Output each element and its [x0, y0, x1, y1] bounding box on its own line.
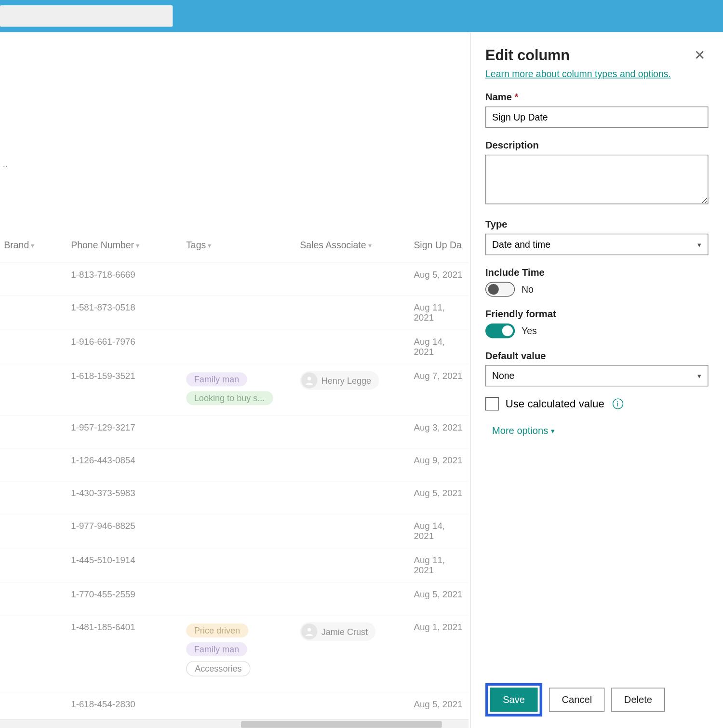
- cell-phone: 1-618-159-3521: [67, 364, 182, 416]
- learn-more-link[interactable]: Learn more about column types and option…: [485, 68, 671, 79]
- cell-phone: 1-977-946-8825: [67, 514, 182, 548]
- table-row[interactable]: 1-916-661-7976Aug 14, 2021: [0, 330, 469, 364]
- table-row[interactable]: 1-430-373-5983Aug 5, 2021: [0, 481, 469, 514]
- default-value-text: None: [492, 370, 514, 381]
- cell-phone: 1-813-718-6669: [67, 263, 182, 296]
- table-row[interactable]: 1-126-443-0854Aug 9, 2021: [0, 448, 469, 481]
- associate-name: Jamie Crust: [321, 626, 368, 636]
- top-bar: [0, 0, 723, 32]
- table-row[interactable]: 1-581-873-0518Aug 11, 2021: [0, 296, 469, 330]
- cell-date: Aug 1, 2021: [410, 615, 469, 692]
- close-icon[interactable]: ✕: [692, 47, 709, 63]
- cell-date: Aug 7, 2021: [410, 364, 469, 416]
- default-value-label: Default value: [485, 350, 709, 361]
- cell-tags: [182, 582, 296, 615]
- cell-brand: [0, 481, 67, 514]
- cell-tags: [182, 448, 296, 481]
- cell-tags: Family manLooking to buy s...: [182, 364, 296, 416]
- associate-chip[interactable]: Jamie Crust: [300, 622, 375, 641]
- cancel-button[interactable]: Cancel: [549, 688, 604, 712]
- column-header-phone[interactable]: Phone Number▾: [67, 234, 182, 263]
- cell-date: Aug 5, 2021: [410, 481, 469, 514]
- name-label: Name *: [485, 92, 709, 102]
- scrollbar-thumb[interactable]: [241, 721, 442, 728]
- description-label: Description: [485, 140, 709, 150]
- associate-chip[interactable]: Henry Legge: [300, 371, 379, 390]
- cell-associate: [296, 263, 410, 296]
- tag-pill[interactable]: Looking to buy s...: [186, 391, 273, 405]
- default-value-select[interactable]: None ▾: [485, 365, 709, 386]
- table-row[interactable]: 1-618-159-3521Family manLooking to buy s…: [0, 364, 469, 416]
- cell-brand: [0, 514, 67, 548]
- cell-brand: [0, 416, 67, 448]
- more-options-toggle[interactable]: More options▾: [492, 425, 555, 436]
- panel-title: Edit column: [485, 47, 570, 64]
- chevron-down-icon: ▾: [697, 371, 701, 380]
- chevron-down-icon: ▾: [208, 242, 211, 249]
- friendly-format-toggle[interactable]: [485, 324, 515, 338]
- cell-associate: [296, 296, 410, 330]
- cell-tags: [182, 416, 296, 448]
- save-button[interactable]: Save: [490, 688, 538, 712]
- cell-date: Aug 5, 2021: [410, 263, 469, 296]
- description-input[interactable]: [485, 155, 709, 204]
- delete-button[interactable]: Delete: [611, 688, 665, 712]
- chevron-down-icon: ▾: [551, 426, 555, 435]
- column-header-signup-date[interactable]: Sign Up Da: [410, 234, 469, 263]
- cell-tags: Price drivenFamily manAccessories: [182, 615, 296, 692]
- tag-pill[interactable]: Family man: [186, 372, 247, 386]
- edit-column-panel: Edit column ✕ Learn more about column ty…: [470, 32, 723, 728]
- cell-phone: 1-481-185-6401: [67, 615, 182, 692]
- search-input[interactable]: [0, 5, 173, 27]
- table-row[interactable]: 1-977-946-8825Aug 14, 2021: [0, 514, 469, 548]
- panel-footer: Save Cancel Delete: [470, 674, 723, 728]
- cell-brand: [0, 364, 67, 416]
- tag-pill[interactable]: Price driven: [186, 623, 248, 637]
- cell-associate: [296, 416, 410, 448]
- calculated-value-checkbox[interactable]: [485, 397, 499, 411]
- table-row[interactable]: 1-957-129-3217Aug 3, 2021: [0, 416, 469, 448]
- friendly-format-value: Yes: [522, 325, 537, 336]
- cell-phone: 1-445-510-1914: [67, 548, 182, 582]
- column-header-tags[interactable]: Tags▾: [182, 234, 296, 263]
- table-row[interactable]: 1-445-510-1914Aug 11, 2021: [0, 548, 469, 582]
- cell-brand: [0, 615, 67, 692]
- cell-brand: [0, 263, 67, 296]
- tag-pill[interactable]: Accessories: [186, 661, 250, 676]
- column-header-brand[interactable]: Brand▾: [0, 234, 67, 263]
- include-time-toggle[interactable]: [485, 282, 515, 297]
- associate-name: Henry Legge: [321, 376, 371, 386]
- chevron-down-icon: ▾: [368, 242, 372, 249]
- cell-date: Aug 5, 2021: [410, 582, 469, 615]
- horizontal-scrollbar[interactable]: [0, 719, 469, 728]
- cell-phone: 1-916-661-7976: [67, 330, 182, 364]
- cell-date: Aug 9, 2021: [410, 448, 469, 481]
- type-select[interactable]: Date and time ▾: [485, 234, 709, 255]
- cell-associate: [296, 481, 410, 514]
- svg-point-1: [308, 628, 311, 631]
- cell-tags: [182, 296, 296, 330]
- cell-brand: [0, 296, 67, 330]
- cell-associate: [296, 514, 410, 548]
- name-input[interactable]: [485, 107, 709, 128]
- data-table: Brand▾ Phone Number▾ Tags▾ Sales Associa…: [0, 234, 469, 725]
- cell-associate: [296, 548, 410, 582]
- cell-associate: Jamie Crust: [296, 615, 410, 692]
- cell-brand: [0, 548, 67, 582]
- cell-phone: 1-430-373-5983: [67, 481, 182, 514]
- table-row[interactable]: 1-813-718-6669Aug 5, 2021: [0, 263, 469, 296]
- table-row[interactable]: 1-481-185-6401Price drivenFamily manAcce…: [0, 615, 469, 692]
- cell-tags: [182, 481, 296, 514]
- column-header-associate[interactable]: Sales Associate▾: [296, 234, 410, 263]
- info-icon[interactable]: i: [612, 398, 623, 409]
- tag-pill[interactable]: Family man: [186, 642, 247, 656]
- cell-date: Aug 14, 2021: [410, 330, 469, 364]
- avatar-icon: [301, 623, 317, 639]
- table-row[interactable]: 1-770-455-2559Aug 5, 2021: [0, 582, 469, 615]
- cell-date: Aug 11, 2021: [410, 296, 469, 330]
- cell-associate: [296, 582, 410, 615]
- cell-associate: [296, 330, 410, 364]
- cell-tags: [182, 330, 296, 364]
- chevron-down-icon: ▾: [136, 242, 139, 249]
- friendly-format-label: Friendly format: [485, 309, 709, 319]
